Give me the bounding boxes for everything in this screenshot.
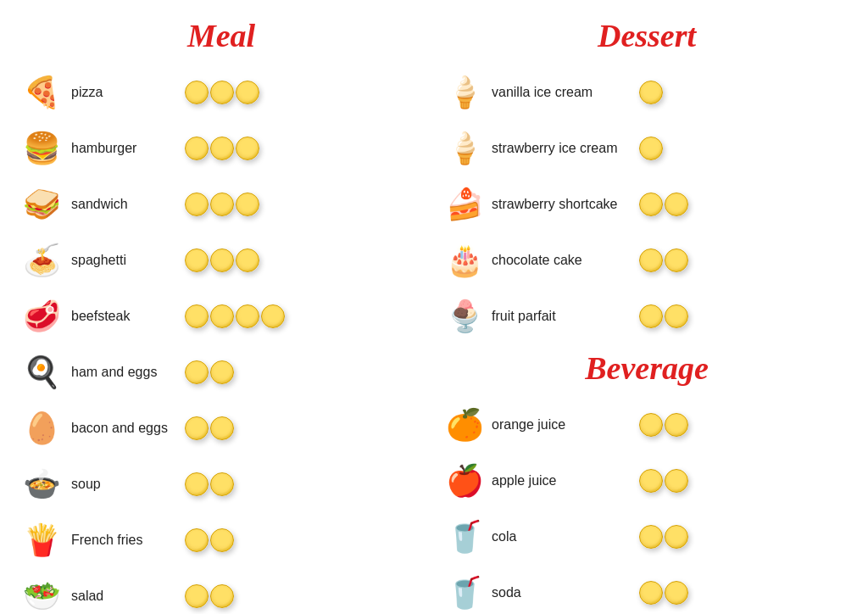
coin [236, 193, 259, 216]
coin [639, 248, 663, 272]
list-item: 🍎apple juice [442, 456, 851, 505]
coin [185, 304, 209, 328]
food-icon: 🍨 [442, 292, 487, 341]
coin [639, 469, 663, 493]
coin [210, 137, 234, 160]
coin [210, 360, 234, 384]
list-item: 🍦strawberry ice cream [442, 124, 851, 173]
food-name: cola [487, 529, 639, 544]
coin [185, 137, 209, 160]
list-item: 🥤cola [442, 512, 851, 561]
coin [639, 581, 663, 605]
food-icon: 🥤 [442, 512, 487, 561]
list-item: 🍨fruit parfait [442, 292, 851, 341]
food-name: soda [487, 585, 639, 600]
coin [236, 304, 259, 328]
food-name: bacon and eggs [66, 421, 185, 436]
food-icon: 🥤 [442, 568, 487, 614]
list-item: 🍲soup [17, 460, 426, 509]
coin [236, 248, 259, 272]
list-item: 🍊orange juice [442, 400, 851, 449]
food-icon: 🍰 [442, 180, 487, 229]
list-item: 🥚bacon and eggs [17, 404, 426, 453]
food-name: chocolate cake [487, 253, 639, 268]
list-item: 🥗salad [17, 572, 426, 614]
coin [665, 193, 688, 216]
food-icon: 🍕 [17, 68, 66, 117]
coin [185, 528, 209, 552]
food-name: vanilla ice cream [487, 85, 639, 100]
food-icon: 🍊 [442, 400, 487, 449]
food-icon: 🍦 [442, 124, 487, 173]
food-icon: 🍟 [17, 516, 66, 565]
food-name: strawberry ice cream [487, 141, 639, 156]
list-item: 🍝spaghetti [17, 236, 426, 285]
coin [639, 81, 663, 104]
coin [210, 81, 234, 104]
food-icon: 🥚 [17, 404, 66, 453]
food-icon: 🍳 [17, 348, 66, 397]
coin [210, 472, 234, 496]
list-item: 🍦vanilla ice cream [442, 68, 851, 117]
food-icon: 🍎 [442, 456, 487, 505]
food-icon: 🥩 [17, 292, 66, 341]
coin [185, 472, 209, 496]
list-item: 🍳ham and eggs [17, 348, 426, 397]
food-name: pizza [66, 85, 185, 100]
food-icon: 🎂 [442, 236, 487, 285]
coin [185, 416, 209, 440]
coin [210, 248, 234, 272]
coin [210, 584, 234, 608]
list-item: 🍔hamburger [17, 124, 426, 173]
coin [236, 81, 259, 104]
coin [665, 525, 688, 549]
coin [665, 469, 688, 493]
coin [639, 193, 663, 216]
coin [185, 81, 209, 104]
coin [210, 304, 234, 328]
food-name: ham and eggs [66, 365, 185, 380]
coin [185, 248, 209, 272]
food-name: salad [66, 589, 185, 604]
coin [210, 193, 234, 216]
food-icon: 🥗 [17, 572, 66, 614]
food-icon: 🍦 [442, 68, 487, 117]
dessert-title: Dessert [442, 17, 851, 54]
list-item: 🥪sandwich [17, 180, 426, 229]
page: Meal 🍕pizza🍔hamburger🥪sandwich🍝spaghetti… [0, 0, 868, 614]
coin [210, 416, 234, 440]
right-column: Dessert 🍦vanilla ice cream🍦strawberry ic… [434, 17, 860, 614]
list-item: 🍟French fries [17, 516, 426, 565]
coin [185, 193, 209, 216]
coin [639, 525, 663, 549]
coin [639, 137, 663, 160]
food-name: orange juice [487, 417, 639, 433]
food-name: beefsteak [66, 309, 185, 324]
coin [665, 304, 688, 328]
coin [185, 584, 209, 608]
list-item: 🥩beefsteak [17, 292, 426, 341]
food-icon: 🍲 [17, 460, 66, 509]
meal-column: Meal 🍕pizza🍔hamburger🥪sandwich🍝spaghetti… [8, 17, 434, 614]
food-name: soup [66, 477, 185, 492]
coin [236, 137, 259, 160]
coin [185, 360, 209, 384]
food-icon: 🍔 [17, 124, 66, 173]
food-name: fruit parfait [487, 309, 639, 324]
meal-list: 🍕pizza🍔hamburger🥪sandwich🍝spaghetti🥩beef… [17, 68, 426, 614]
list-item: 🍰strawberry shortcake [442, 180, 851, 229]
food-name: sandwich [66, 197, 185, 212]
food-name: hamburger [66, 141, 185, 156]
dessert-list: 🍦vanilla ice cream🍦strawberry ice cream🍰… [442, 68, 851, 341]
food-icon: 🥪 [17, 180, 66, 229]
food-name: spaghetti [66, 253, 185, 268]
list-item: 🥤soda [442, 568, 851, 614]
coin [665, 248, 688, 272]
coin [639, 304, 663, 328]
food-name: strawberry shortcake [487, 197, 639, 212]
meal-title: Meal [17, 17, 426, 54]
food-icon: 🍝 [17, 236, 66, 285]
food-name: apple juice [487, 473, 639, 488]
coin [665, 581, 688, 605]
food-name: French fries [66, 533, 185, 548]
